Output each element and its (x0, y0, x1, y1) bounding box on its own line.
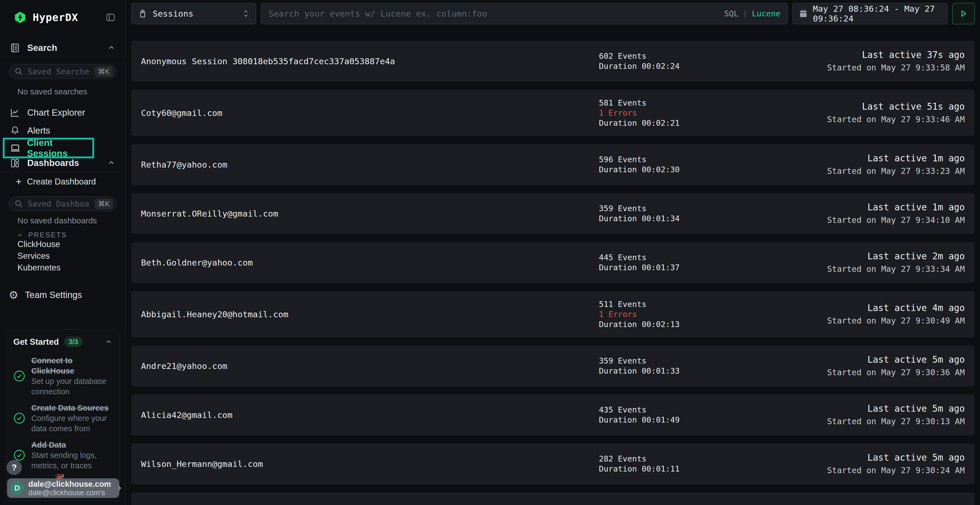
session-last-active: Last active 5m ago (827, 353, 965, 366)
keyboard-shortcut-badge: ⌘K (95, 199, 113, 209)
session-row[interactable]: Monserrat.OReilly@gmail.com 359 Events D… (131, 193, 975, 234)
help-button[interactable]: ? (6, 460, 22, 475)
progress-badge: 3/3 (64, 337, 83, 347)
lucene-mode-toggle[interactable]: Lucene (752, 9, 780, 18)
session-started: Started on May 27 9:34:10 AM (827, 214, 965, 226)
session-row[interactable]: Beth.Goldner@yahoo.com 445 Events Durati… (131, 242, 975, 283)
session-events: 282 Events (599, 454, 680, 464)
source-selector[interactable]: Sessions (131, 3, 256, 24)
preset-clickhouse[interactable]: ClickHouse (18, 240, 60, 249)
session-title: Beth.Goldner@yahoo.com (141, 258, 253, 267)
preset-kubernetes[interactable]: Kubernetes (18, 263, 61, 273)
topbar: Sessions SQL | Lucene (126, 0, 980, 27)
get-started-header[interactable]: Get Started 3/3 (13, 337, 113, 347)
app-title: HyperDX (33, 11, 78, 24)
session-last-active: Last active 51s ago (827, 100, 965, 113)
saved-dashboards-pill[interactable]: ⌘K (9, 197, 116, 211)
sidebar-item-chart-explorer[interactable]: Chart Explorer (0, 104, 125, 121)
session-row[interactable]: Alicia42@gmail.com 435 Events Duration 0… (131, 395, 975, 435)
keyboard-shortcut-badge: ⌘K (95, 67, 113, 77)
saved-searches-input[interactable] (27, 67, 91, 76)
journal-icon (10, 43, 20, 53)
session-title: Coty60@gmail.com (141, 108, 223, 118)
hyperdx-logo-icon (14, 11, 27, 24)
session-last-active: Last active 1m ago (827, 152, 965, 165)
checklist-item-description: Configure where your data comes from (31, 413, 113, 434)
sidebar-item-dashboards[interactable]: Dashboards (0, 154, 125, 172)
user-team: dale@clickhouse.com's (28, 489, 111, 497)
sidebar-collapse-icon[interactable] (106, 13, 115, 22)
session-title: Anonymous Session 308018eb535facd7cec337… (141, 56, 395, 66)
run-query-button[interactable] (952, 3, 975, 24)
chevron-up-icon (107, 44, 115, 52)
chevron-up-icon (107, 159, 115, 167)
check-circle-icon (13, 449, 25, 461)
event-search-input[interactable] (268, 8, 719, 19)
session-duration: Duration 00:02:13 (599, 319, 680, 329)
session-title: Andre21@yahoo.com (141, 361, 227, 371)
checklist-item-title: Add Data (31, 440, 113, 450)
session-duration: Duration 00:02:21 (599, 118, 680, 128)
session-started: Started on May 27 9:33:34 AM (827, 262, 965, 275)
session-row[interactable]: Andre21@yahoo.com 359 Events Duration 00… (131, 346, 975, 386)
laptop-icon (10, 143, 21, 153)
chart-icon (10, 108, 20, 118)
session-duration: Duration 00:01:33 (599, 366, 680, 376)
checklist-item-connect[interactable]: Connect to ClickHouse Set up your databa… (13, 355, 113, 397)
session-row[interactable]: Coty60@gmail.com 581 Events 1 Errors Dur… (131, 90, 975, 136)
check-circle-icon (13, 412, 25, 424)
checklist-item-data-sources[interactable]: Create Data Sources Configure where your… (13, 403, 113, 434)
no-saved-searches-text: No saved searches (18, 87, 88, 96)
checklist-item-add-data[interactable]: Add Data Start sending logs, metrics, or… (13, 440, 113, 471)
checklist-item-description: Start sending logs, metrics, or traces (31, 450, 113, 471)
session-row[interactable]: Wilson_Hermann@gmail.com 282 Events Dura… (131, 443, 975, 484)
session-last-active: Last active 4m ago (827, 302, 965, 314)
sidebar-item-alerts[interactable]: Alerts (0, 122, 125, 139)
checklist-item-title: Connect to ClickHouse (31, 355, 113, 376)
saved-searches-pill[interactable]: ⌘K (9, 64, 116, 79)
sidebar-item-search[interactable]: Search (0, 39, 125, 57)
gear-icon: ⚙ (9, 289, 19, 300)
presets-toggle[interactable]: PRESETS (16, 231, 67, 239)
session-row-partial[interactable] (131, 492, 975, 505)
calendar-icon (799, 9, 808, 18)
session-duration: Duration 00:01:37 (599, 262, 680, 273)
user-email: dale@clickhouse.com (28, 480, 111, 489)
time-range-picker[interactable]: May 27 08:36:24 - May 27 09:36:24 (792, 3, 948, 24)
session-duration: Duration 00:01:11 (599, 464, 680, 474)
sql-mode-toggle[interactable]: SQL (724, 9, 738, 18)
session-row[interactable]: Abbigail.Heaney20@hotmail.com 511 Events… (131, 291, 975, 337)
event-search-box: SQL | Lucene (261, 3, 788, 24)
session-events: 581 Events (599, 98, 680, 108)
checklist-item-title: Create Data Sources (31, 403, 113, 413)
session-last-active: Last active 37s ago (827, 48, 965, 61)
chevron-right-icon (115, 484, 124, 492)
check-circle-icon (13, 370, 25, 382)
sidebar-dashboards-label: Dashboards (27, 158, 79, 168)
search-icon (14, 67, 23, 76)
session-title: Wilson_Hermann@gmail.com (141, 459, 263, 469)
sidebar-search-label: Search (27, 43, 57, 53)
session-events: 511 Events (599, 299, 680, 310)
session-started: Started on May 27 9:30:36 AM (827, 366, 965, 379)
session-events: 359 Events (599, 203, 680, 214)
session-events: 596 Events (599, 154, 680, 165)
source-selector-value: Sessions (153, 9, 193, 19)
create-dashboard-button[interactable]: + Create Dashboard (16, 177, 96, 187)
preset-services[interactable]: Services (18, 251, 50, 261)
user-menu[interactable]: D dale@clickhouse.com dale@clickhouse.co… (7, 478, 119, 498)
app-root: HyperDX Search ⌘ (0, 0, 980, 505)
session-errors: 1 Errors (599, 310, 680, 319)
session-duration: Duration 00:01:49 (599, 415, 680, 425)
session-events: 602 Events (599, 51, 680, 61)
dashboard-grid-icon (10, 158, 20, 168)
sidebar-item-team-settings[interactable]: ⚙ Team Settings (0, 287, 125, 303)
plus-icon: + (16, 178, 22, 186)
session-events: 445 Events (599, 252, 680, 262)
saved-dashboards-input[interactable] (27, 199, 91, 209)
mode-divider: | (743, 9, 748, 18)
session-row[interactable]: Anonymous Session 308018eb535facd7cec337… (131, 41, 975, 82)
session-events: 359 Events (599, 356, 680, 366)
session-row[interactable]: Retha77@yahoo.com 596 Events Duration 00… (131, 144, 975, 185)
session-started: Started on May 27 9:30:13 AM (827, 415, 965, 428)
